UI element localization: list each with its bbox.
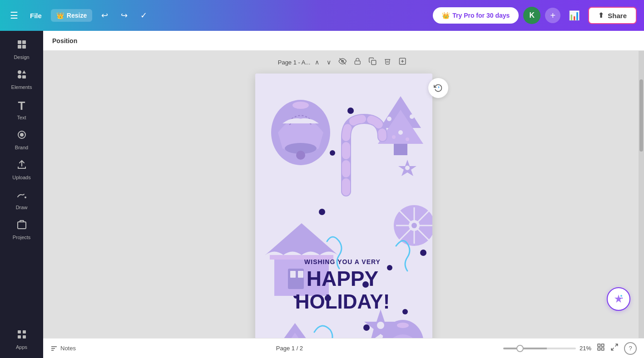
magic-button[interactable] <box>607 287 630 311</box>
page-tool-add[interactable] <box>396 55 409 69</box>
svg-point-39 <box>292 102 309 109</box>
svg-rect-13 <box>23 330 26 333</box>
page-tool-lock[interactable] <box>351 55 364 69</box>
svg-point-76 <box>620 295 622 297</box>
crown-icon-pro: 👑 <box>442 12 450 19</box>
svg-rect-52 <box>298 271 303 278</box>
help-button[interactable]: ? <box>624 342 637 355</box>
file-button[interactable]: File <box>26 9 45 22</box>
main-layout: Design Elements T Text <box>0 31 644 358</box>
notes-label: Notes <box>60 345 76 352</box>
svg-point-44 <box>410 114 414 119</box>
share-button[interactable]: ⬆ Share <box>588 7 637 24</box>
sidebar-item-brand[interactable]: Brand <box>2 125 41 155</box>
topbar: ☰ File 👑 Resize ↩ ↪ ✓ 👑 Try Pro for 30 d… <box>0 0 644 31</box>
sidebar-item-text[interactable]: T Text <box>2 94 41 125</box>
sidebar-item-uploads[interactable]: Uploads <box>2 155 41 185</box>
topbar-left: ☰ File 👑 Resize ↩ ↪ ✓ <box>7 7 151 24</box>
svg-rect-11 <box>18 222 26 229</box>
try-pro-button[interactable]: 👑 Try Pro for 30 days <box>433 7 519 24</box>
svg-point-38 <box>296 151 305 160</box>
svg-rect-14 <box>18 335 21 338</box>
page-nav-up[interactable]: ∧ <box>312 57 322 68</box>
expand-button[interactable] <box>610 343 619 353</box>
sidebar-item-design[interactable]: Design <box>2 34 41 64</box>
page-label: Page 1 - A... <box>278 59 311 66</box>
page-tool-eye[interactable] <box>336 55 349 69</box>
rotate-button[interactable] <box>428 78 448 98</box>
svg-point-45 <box>398 130 403 135</box>
sidebar-item-apps[interactable]: Apps <box>2 324 41 354</box>
position-bar: Position <box>43 31 644 51</box>
grid-view-button[interactable] <box>597 343 605 353</box>
resize-button[interactable]: 👑 Resize <box>51 9 92 22</box>
uploads-icon <box>16 159 27 173</box>
undo-button[interactable]: ↩ <box>98 8 112 23</box>
svg-rect-79 <box>602 344 604 346</box>
add-collaborator-button[interactable]: + <box>545 8 560 23</box>
svg-rect-19 <box>372 60 376 65</box>
crown-icon: 👑 <box>56 12 64 19</box>
svg-text:WISHING YOU A VERY: WISHING YOU A VERY <box>304 258 381 265</box>
analytics-button[interactable]: 📊 <box>565 7 584 24</box>
scrollbar-thumb <box>639 79 643 151</box>
zoom-slider[interactable] <box>503 348 576 349</box>
svg-point-43 <box>387 117 391 121</box>
elements-icon <box>16 69 27 83</box>
page-tool-delete[interactable] <box>381 55 394 69</box>
svg-rect-51 <box>290 271 296 278</box>
sidebar-item-brand-label: Brand <box>15 145 28 150</box>
sidebar-item-projects[interactable]: Projects <box>2 215 41 245</box>
save-button[interactable]: ✓ <box>137 8 151 23</box>
sidebar-item-text-label: Text <box>17 115 26 120</box>
svg-point-47 <box>406 137 409 141</box>
svg-point-66 <box>377 322 384 329</box>
svg-point-34 <box>402 309 408 314</box>
sidebar-item-draw[interactable]: Draw <box>2 185 41 215</box>
svg-point-75 <box>405 166 410 170</box>
menu-button[interactable]: ☰ <box>7 7 21 24</box>
zoom-percent: 21% <box>580 345 591 352</box>
svg-point-4 <box>18 70 21 74</box>
svg-point-29 <box>387 265 392 270</box>
sidebar-item-apps-label: Apps <box>16 344 27 350</box>
svg-point-32 <box>363 324 370 331</box>
svg-rect-1 <box>22 40 26 44</box>
svg-text:HAPPY: HAPPY <box>306 267 378 290</box>
notes-button[interactable]: Notes <box>50 345 76 352</box>
sidebar: Design Elements T Text <box>0 31 43 358</box>
brand-icon <box>16 129 27 143</box>
design-card[interactable]: WISHING YOU A VERY HAPPY HOLIDAY! From o… <box>255 74 432 338</box>
svg-rect-80 <box>598 348 600 350</box>
svg-point-46 <box>392 135 396 139</box>
apps-icon <box>16 329 27 343</box>
redo-button[interactable]: ↪ <box>117 8 131 23</box>
svg-point-24 <box>347 108 354 114</box>
svg-point-7 <box>18 75 21 78</box>
svg-text:HOLIDAY!: HOLIDAY! <box>295 290 390 313</box>
page-indicator: Page 1 / 2 <box>276 345 303 352</box>
svg-rect-0 <box>18 40 21 44</box>
svg-point-27 <box>319 209 325 215</box>
zoom-area: 21% <box>503 345 591 352</box>
scrollbar[interactable] <box>639 51 644 338</box>
sidebar-item-draw-label: Draw <box>16 205 28 210</box>
sidebar-item-elements-label: Elements <box>11 84 32 90</box>
svg-line-82 <box>615 344 618 346</box>
sidebar-item-elements[interactable]: Elements <box>2 64 41 94</box>
svg-line-83 <box>611 348 614 350</box>
canvas-area: Position Page 1 - A... ∧ ∨ <box>43 31 644 358</box>
position-title: Position <box>52 37 77 44</box>
svg-marker-5 <box>22 70 26 74</box>
svg-point-9 <box>20 133 24 137</box>
svg-point-70 <box>397 323 409 328</box>
svg-rect-12 <box>18 330 21 333</box>
page-nav-down[interactable]: ∨ <box>324 57 334 68</box>
svg-point-26 <box>330 150 335 156</box>
page-tool-duplicate[interactable] <box>366 55 379 69</box>
avatar-button[interactable]: K <box>523 7 540 24</box>
svg-rect-81 <box>602 348 604 350</box>
workspace[interactable]: Page 1 - A... ∧ ∨ <box>43 51 644 338</box>
svg-rect-15 <box>23 335 26 338</box>
svg-point-31 <box>420 250 426 256</box>
